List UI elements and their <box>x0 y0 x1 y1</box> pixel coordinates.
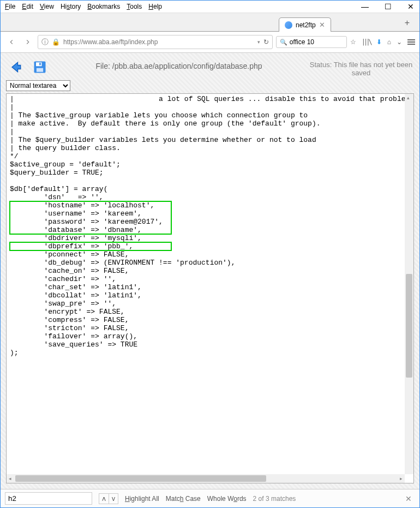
highlight-box-2: 'dbprefix' => 'pbb_', <box>10 242 171 250</box>
toolbar-icons: ☆ |||\ ⬇ ⌂ ⌄ <box>350 38 415 46</box>
editor-mode-select[interactable]: Normal textarea <box>6 80 70 91</box>
find-prev-button[interactable]: ʌ <box>99 494 109 504</box>
forward-nav-button[interactable] <box>21 35 34 49</box>
editor-wrap: | a lot of SQL queries ... disable this … <box>6 93 414 483</box>
vertical-scroll-thumb[interactable] <box>406 274 412 378</box>
horizontal-scroll-thumb[interactable] <box>15 475 266 482</box>
library-icon[interactable]: |||\ <box>362 38 371 46</box>
download-icon[interactable]: ⬇ <box>376 38 382 46</box>
tab-bar: net2ftp ✕ + <box>1 13 419 32</box>
back-button[interactable] <box>7 58 25 76</box>
tab-net2ftp[interactable]: net2ftp ✕ <box>279 17 331 32</box>
search-icon: 🔍 <box>280 39 287 46</box>
menu-help[interactable]: Help <box>148 3 162 10</box>
maximize-button[interactable]: ☐ <box>383 2 393 11</box>
menu-file[interactable]: File <box>5 3 15 10</box>
reload-icon[interactable]: ↻ <box>263 38 269 46</box>
menu-hamburger-icon[interactable] <box>407 39 415 45</box>
match-case-toggle[interactable]: Match Case <box>166 495 201 503</box>
save-button[interactable] <box>31 58 49 76</box>
tab-favicon-icon <box>285 21 292 29</box>
home-icon[interactable]: ⌂ <box>387 38 391 46</box>
menu-view[interactable]: View <box>40 3 54 10</box>
file-header: File: /pbb.aba.ae/application/config/dat… <box>1 53 419 79</box>
bookmark-star-icon[interactable]: ☆ <box>350 38 356 46</box>
close-button[interactable]: ✕ <box>406 2 416 11</box>
svg-rect-2 <box>37 68 43 72</box>
window-controls: — ☐ ✕ <box>360 2 416 11</box>
menu-bookmarks[interactable]: Bookmarks <box>87 3 120 10</box>
find-arrows: ʌ v <box>99 493 118 504</box>
arrow-right-icon <box>24 38 32 46</box>
file-path-label: File: /pbb.aba.ae/application/config/dat… <box>55 58 303 70</box>
find-input[interactable] <box>5 492 92 505</box>
url-bar[interactable]: ⓘ 🔒 ▾ ↻ <box>38 35 273 49</box>
identity-icon[interactable]: ⓘ <box>41 37 49 47</box>
scroll-up-icon[interactable]: ▴ <box>407 95 410 100</box>
find-bar: ʌ v Highlight All Match Case Whole Words… <box>1 489 419 507</box>
floppy-disk-icon <box>32 59 47 75</box>
find-close-button[interactable]: ✕ <box>402 493 415 504</box>
svg-rect-1 <box>36 62 42 66</box>
file-status-label: Status: This file has not yet been saved <box>309 58 413 77</box>
highlight-all-toggle[interactable]: Highlight All <box>125 495 159 503</box>
url-input[interactable] <box>63 38 254 46</box>
code-textarea[interactable]: | a lot of SQL queries ... disable this … <box>7 94 405 474</box>
minimize-button[interactable]: — <box>360 2 370 11</box>
horizontal-scrollbar[interactable]: ◂ ▸ <box>7 474 405 483</box>
menu-history[interactable]: History <box>61 3 81 10</box>
menubar: File Edit View History Bookmarks Tools H… <box>1 1 419 13</box>
scroll-right-icon[interactable]: ▸ <box>400 476 403 481</box>
find-next-button[interactable]: v <box>109 494 118 504</box>
arrow-back-icon <box>8 59 23 75</box>
nav-bar: ⓘ 🔒 ▾ ↻ 🔍 ☆ |||\ ⬇ ⌂ ⌄ <box>1 32 419 53</box>
svg-rect-3 <box>39 63 41 65</box>
menu-tools[interactable]: Tools <box>127 3 142 10</box>
tab-title: net2ftp <box>296 21 316 29</box>
vertical-scrollbar[interactable]: ▴ <box>405 94 413 474</box>
menu-edit[interactable]: Edit <box>22 3 33 10</box>
lock-icon: 🔒 <box>52 38 60 46</box>
scroll-left-icon[interactable]: ◂ <box>9 476 11 481</box>
new-tab-button[interactable]: + <box>399 15 415 31</box>
highlight-box-1: 'hostname' => 'localhost', 'username' =>… <box>10 201 171 234</box>
search-bar[interactable]: 🔍 <box>276 36 347 48</box>
find-match-count: 2 of 3 matches <box>253 495 296 503</box>
tab-close-icon[interactable]: ✕ <box>319 21 325 29</box>
arrow-left-icon <box>8 38 15 46</box>
page-content: File: /pbb.aba.ae/application/config/dat… <box>1 53 419 489</box>
pocket-icon[interactable]: ⌄ <box>397 38 402 46</box>
dropdown-icon[interactable]: ▾ <box>257 39 260 45</box>
editor-toolbar: Normal textarea <box>1 79 419 93</box>
back-nav-button[interactable] <box>5 35 18 49</box>
whole-words-toggle[interactable]: Whole Words <box>207 495 247 503</box>
search-input[interactable] <box>290 38 343 46</box>
